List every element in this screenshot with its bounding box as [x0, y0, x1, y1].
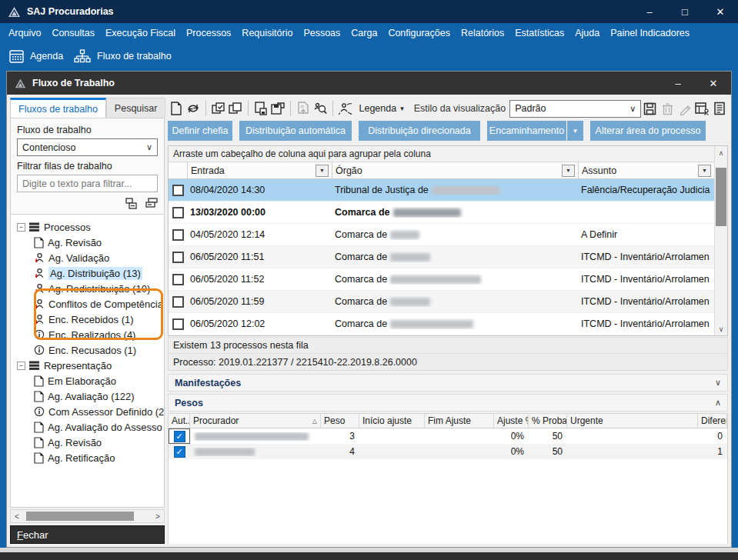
- pesos-column-probabilidade[interactable]: % Proba...: [529, 414, 567, 428]
- tree-node-enc-realizados[interactable]: Enc. Realizados (4): [11, 327, 164, 342]
- tree-node-em-elaboracao[interactable]: Em Elaboração: [11, 373, 164, 388]
- pesos-column-urgente[interactable]: Urgente: [567, 414, 698, 428]
- scrollbar-thumb[interactable]: [716, 168, 726, 226]
- table-row[interactable]: 04/05/2020 12:14 Comarca de A Definir: [169, 224, 714, 246]
- tree-node-processos[interactable]: − Processos: [11, 219, 164, 235]
- flow-select[interactable]: Contencioso ∨: [17, 138, 158, 156]
- tab-fluxos-de-trabalho[interactable]: Fluxos de trabalho: [10, 98, 106, 118]
- table-row[interactable]: 08/04/2020 14:30 Tribunal de Justiça de …: [169, 179, 714, 202]
- edit-style-icon[interactable]: [676, 99, 693, 118]
- delete-style-icon[interactable]: [660, 99, 676, 118]
- distribute-person-icon[interactable]: [337, 99, 354, 118]
- search-person-icon[interactable]: [312, 99, 329, 118]
- scroll-down-icon[interactable]: ∨: [715, 322, 727, 335]
- minimize-button[interactable]: –: [632, 0, 667, 23]
- definir-chefia-button[interactable]: Definir chefia: [168, 121, 232, 141]
- horizontal-scrollbar[interactable]: < >: [10, 509, 165, 523]
- deselect-all-icon[interactable]: [228, 99, 245, 118]
- save-style-icon[interactable]: [642, 99, 659, 118]
- close-button[interactable]: ✕: [703, 0, 738, 23]
- workflow-button[interactable]: Fluxo de trabalho: [74, 49, 172, 63]
- pesos-row[interactable]: ✓ 4 0% 50 1: [169, 444, 727, 459]
- vertical-scrollbar[interactable]: ∧ ∨: [714, 146, 727, 335]
- tree-node-ag-avaliacao-assessor[interactable]: Ag. Avaliação do Assesso: [11, 419, 164, 435]
- table-row[interactable]: 06/05/2020 12:02 Comarca de ITCMD - Inve…: [169, 313, 714, 335]
- grid-user-icon[interactable]: [694, 99, 711, 118]
- refresh-icon[interactable]: [185, 99, 202, 118]
- row-checkbox[interactable]: [172, 274, 184, 285]
- row-checkbox[interactable]: [172, 229, 184, 241]
- row-checkbox[interactable]: [172, 296, 184, 308]
- menu-relatorios[interactable]: Relatórios: [456, 23, 509, 43]
- scroll-right-icon[interactable]: >: [152, 510, 164, 522]
- alterar-area-button[interactable]: Alterar área do processo: [590, 121, 706, 141]
- send-document-icon[interactable]: P: [295, 99, 312, 118]
- select-all-icon[interactable]: [210, 99, 227, 118]
- collapse-all-icon[interactable]: [125, 198, 138, 209]
- new-document-icon[interactable]: [168, 99, 185, 118]
- menu-painel-indicadores[interactable]: Painel Indicadores: [605, 23, 695, 43]
- menu-arquivo[interactable]: Arquivo: [3, 23, 46, 43]
- tree-node-enc-recusados[interactable]: Enc. Recusados (1): [11, 342, 164, 358]
- filter-input[interactable]: [17, 175, 158, 192]
- menu-pessoas[interactable]: Pessoas: [298, 23, 346, 43]
- column-header-entrada[interactable]: Entrada ▼: [187, 162, 332, 178]
- tree-node-ag-revisao-rep[interactable]: Ag. Revisão: [11, 435, 164, 450]
- column-header-assunto[interactable]: Assunto ▼: [578, 162, 714, 178]
- auto-checkbox[interactable]: ✓: [174, 446, 185, 458]
- menu-carga[interactable]: Carga: [346, 23, 382, 43]
- expand-all-icon[interactable]: [145, 198, 158, 209]
- tree-node-ag-distribuicao[interactable]: Ag. Distribuição (13): [11, 265, 164, 281]
- row-checkbox[interactable]: [172, 318, 184, 330]
- tree-node-enc-recebidos[interactable]: Enc. Recebidos (1): [11, 312, 164, 327]
- tree-node-ag-validacao[interactable]: Ag. Validação: [11, 250, 164, 265]
- encaminhamento-button[interactable]: Encaminhamento ▼: [487, 121, 583, 141]
- menu-estatisticas[interactable]: Estatísticas: [509, 23, 569, 43]
- menu-processos[interactable]: Processos: [181, 23, 236, 43]
- copy-save-icon[interactable]: [252, 99, 269, 118]
- tree-node-ag-avaliacao[interactable]: Ag. Avaliação (122): [11, 388, 164, 404]
- column-header-orgao[interactable]: Órgão ▼: [332, 162, 578, 178]
- filter-dropdown-icon[interactable]: ▼: [316, 165, 329, 177]
- menu-configuracoes[interactable]: Configurações: [382, 23, 456, 43]
- pesos-column-peso[interactable]: Peso: [321, 414, 359, 428]
- section-manifestacoes[interactable]: Manifestações ∨: [168, 374, 728, 392]
- row-checkbox[interactable]: [172, 185, 184, 196]
- distribuicao-direcionada-button[interactable]: Distribuição direcionada: [359, 121, 480, 141]
- scroll-up-icon[interactable]: ∧: [715, 146, 727, 159]
- notes-list-icon[interactable]: [711, 99, 728, 118]
- table-row[interactable]: 06/05/2020 11:59 Comarca de ITCMD - Inve…: [169, 291, 714, 313]
- tree-node-ag-redistribuicao[interactable]: Ag. Redistribuição (10): [11, 281, 164, 296]
- menu-consultas[interactable]: Consultas: [46, 23, 100, 43]
- table-row[interactable]: 06/05/2020 11:51 Comarca de ITCMD - Inve…: [169, 246, 714, 268]
- fechar-button[interactable]: Fechar: [10, 525, 165, 544]
- pesos-column-fim-ajuste[interactable]: Fim Ajuste: [425, 414, 494, 428]
- style-select[interactable]: Padrão ∨: [509, 100, 641, 118]
- tree-node-com-assessor[interactable]: Com Assessor Definido (2: [11, 404, 164, 419]
- agenda-button[interactable]: Agenda: [9, 49, 63, 63]
- tab-pesquisar[interactable]: Pesquisar: [106, 98, 166, 118]
- mdi-minimize-button[interactable]: –: [660, 72, 696, 95]
- scroll-left-icon[interactable]: <: [11, 510, 23, 522]
- collapse-icon[interactable]: −: [17, 223, 25, 232]
- dropdown-arrow-icon[interactable]: ▼: [566, 121, 583, 141]
- pesos-column-inicio-ajuste[interactable]: Início ajuste: [359, 414, 425, 428]
- pesos-column-ajuste-pct[interactable]: Ajuste %: [494, 414, 529, 428]
- table-row[interactable]: 06/05/2020 11:52 Comarca de ITCMD - Inve…: [169, 268, 714, 291]
- pesos-column-aut[interactable]: Aut...: [169, 414, 190, 428]
- row-checkbox[interactable]: [172, 252, 184, 263]
- checkbox-column-header[interactable]: [169, 162, 187, 178]
- pesos-row[interactable]: ✓ 3 0% 50 0: [169, 428, 727, 444]
- tree-node-conflitos[interactable]: Conflitos de Competência: [11, 296, 164, 312]
- menu-execucao-fiscal[interactable]: Execução Fiscal: [100, 23, 181, 43]
- distribuicao-automatica-button[interactable]: Distribuição automática: [239, 121, 352, 141]
- pesos-column-diferenca[interactable]: Diferen...: [698, 414, 727, 428]
- filter-dropdown-icon[interactable]: ▼: [698, 165, 711, 177]
- tree-node-representacao[interactable]: − Representação: [11, 358, 164, 373]
- menu-requisitorio[interactable]: Requisitório: [236, 23, 298, 43]
- save-all-icon[interactable]: [270, 99, 287, 118]
- filter-dropdown-icon[interactable]: ▼: [562, 165, 575, 177]
- scrollbar-thumb[interactable]: [26, 512, 134, 521]
- tree-node-ag-revisao[interactable]: Ag. Revisão: [11, 235, 164, 250]
- pesos-column-procurador[interactable]: Procurador△: [190, 414, 321, 428]
